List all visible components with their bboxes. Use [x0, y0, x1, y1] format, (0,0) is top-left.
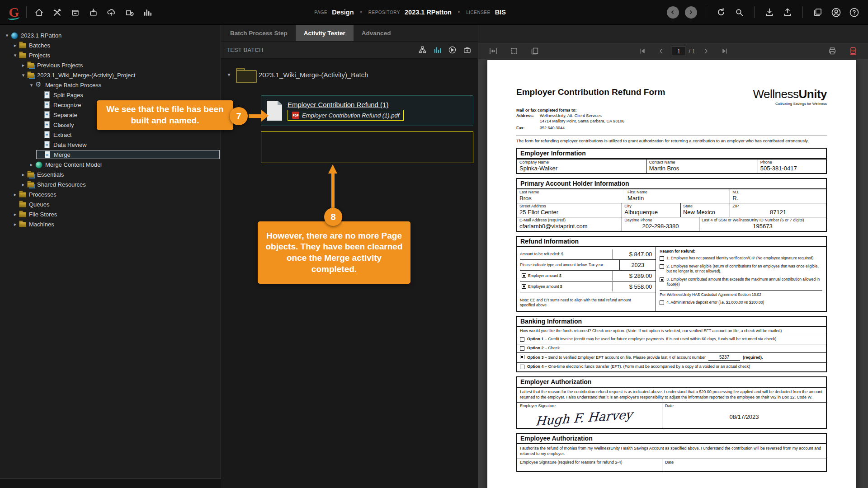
workbench-icon[interactable]	[49, 5, 65, 20]
field-value: Martin Bros	[649, 165, 755, 172]
checkbox-icon[interactable]	[522, 284, 526, 289]
expander-icon[interactable]: ▸	[20, 182, 27, 188]
tree-item-file-stores[interactable]: ▸File Stores	[4, 209, 220, 219]
expander-icon[interactable]: ▾	[12, 52, 19, 58]
field-label: Last Name	[519, 190, 623, 194]
cloud-upload-icon[interactable]	[104, 5, 119, 20]
batch-node[interactable]: ▾ 2023.1_Wiki_Merge-(Activity)_Batch	[226, 68, 368, 81]
expander-icon[interactable]: ▸	[28, 162, 35, 168]
checkbox-icon[interactable]	[520, 365, 524, 369]
expander-icon[interactable]: ▸	[12, 211, 19, 217]
grooper-logo[interactable]: G	[6, 5, 22, 20]
tab-batch-process-step[interactable]: Batch Process Step	[222, 25, 296, 41]
annotation-7-box: We see that the file has been built and …	[97, 100, 233, 130]
statistics-icon[interactable]	[432, 45, 443, 56]
batch-folder-icon	[236, 68, 255, 81]
expander-icon[interactable]: ▸	[12, 42, 19, 48]
batch-structure-icon[interactable]	[417, 45, 428, 56]
document-title[interactable]: Employer Contribution Refund (1)	[288, 101, 404, 108]
first-page-button[interactable]	[635, 43, 650, 59]
viewer-body[interactable]: Employer Contribution Refund Form Wellne…	[478, 59, 868, 488]
tree-item-queues[interactable]: Queues	[4, 199, 220, 209]
run-icon[interactable]	[447, 45, 458, 56]
help-icon[interactable]	[846, 5, 862, 20]
sessions-icon[interactable]	[810, 5, 826, 20]
tree-item-2023-1-rpatton[interactable]: ▾2023.1 RPatton	[4, 30, 220, 40]
expander-icon[interactable]: ▾	[226, 71, 232, 78]
user-icon[interactable]	[828, 5, 844, 20]
export-batch-icon[interactable]	[462, 45, 472, 56]
fit-width-icon[interactable]	[486, 43, 501, 59]
expander-icon[interactable]: ▾	[28, 82, 35, 88]
separator-dot: •	[458, 9, 460, 15]
forward-button[interactable]	[683, 5, 698, 20]
stats-icon[interactable]	[140, 5, 155, 20]
expander-icon[interactable]: ▸	[20, 62, 27, 68]
tab-activity-tester[interactable]: Activity Tester	[296, 25, 354, 41]
tree-item-merge-batch-process[interactable]: ▾Merge Batch Process	[4, 80, 220, 90]
import-box-icon[interactable]	[85, 5, 101, 20]
tree-item-processes[interactable]: ▸Processes	[4, 189, 220, 199]
tree-item-essentials[interactable]: ▸Essentials	[4, 169, 220, 179]
page-number-input[interactable]	[672, 46, 685, 56]
refresh-icon[interactable]	[713, 5, 729, 20]
download-icon[interactable]	[762, 5, 777, 20]
export-pdf-icon[interactable]: PDF	[845, 43, 861, 59]
expander-icon[interactable]: ▸	[12, 221, 19, 227]
field-contact-name: Contact NameMartin Bros	[647, 160, 758, 173]
reason-1: 1. Employee has not passed identity veri…	[660, 256, 822, 261]
tree-item-shared-resources[interactable]: ▸Shared Resources	[4, 179, 220, 189]
tree-item-previous-projects[interactable]: ▸Previous Projects	[4, 60, 220, 70]
field-label: First Name	[627, 190, 727, 194]
scheduled-box-icon[interactable]	[122, 5, 137, 20]
home-icon[interactable]	[31, 5, 47, 20]
svg-text:PDF: PDF	[851, 49, 856, 52]
expander-icon[interactable]: ▾	[4, 33, 10, 38]
tree-item-extract[interactable]: Extract	[4, 130, 220, 140]
document-node[interactable]: Employer Contribution Refund (1) PDF Emp…	[261, 95, 473, 126]
upload-icon[interactable]	[780, 5, 795, 20]
tree-item-batches[interactable]: ▸Batches	[4, 40, 220, 50]
pages-icon[interactable]	[527, 43, 542, 59]
form-title: Employer Contribution Refund Form	[516, 87, 665, 97]
checkbox-icon[interactable]	[660, 277, 664, 282]
pdf-icon: PDF	[292, 112, 299, 119]
employee-auth-text: I authorize the refund of monies from my…	[517, 444, 826, 459]
page-value[interactable]: Design	[332, 9, 354, 16]
last-page-button[interactable]	[717, 43, 732, 59]
back-button[interactable]	[665, 5, 680, 20]
checkbox-icon[interactable]	[522, 273, 526, 278]
pdf-attachment-highlight[interactable]: PDF Employer Contribution Refund (1).pdf	[288, 110, 404, 121]
checkbox-icon[interactable]	[520, 355, 524, 359]
field-label: Street Address	[519, 204, 619, 208]
divider	[802, 6, 803, 18]
annotation-7-arrow	[249, 114, 261, 118]
expander-icon[interactable]: ▸	[12, 192, 19, 197]
tab-advanced[interactable]: Advanced	[354, 25, 399, 41]
expander-icon[interactable]: ▸	[20, 172, 27, 178]
checkbox-icon[interactable]	[520, 346, 524, 351]
section-heading: Employee Authorization	[517, 434, 826, 444]
tree-item-split-pages[interactable]: Split Pages	[4, 90, 220, 100]
document-viewer-panel: / 1 PDF Employer Contribution Refund For…	[478, 25, 868, 488]
select-region-icon[interactable]	[506, 43, 522, 59]
tree-item-merge[interactable]: Merge	[4, 150, 220, 160]
checkbox-icon[interactable]	[660, 300, 664, 305]
separator-dot: •	[360, 9, 362, 15]
search-icon[interactable]	[731, 5, 747, 20]
prev-page-button[interactable]	[653, 43, 669, 59]
tree-item-data-review[interactable]: Data Review	[4, 140, 220, 150]
tree-item-label: Recognize	[53, 102, 81, 108]
tree-item-merge-content-model[interactable]: ▸Merge Content Model	[4, 160, 220, 169]
checkbox-icon[interactable]	[660, 264, 664, 269]
tree-item-projects[interactable]: ▾Projects	[4, 50, 220, 60]
batches-icon[interactable]	[67, 5, 83, 20]
viewer-toolbar: / 1 PDF	[478, 43, 868, 59]
checkbox-icon[interactable]	[520, 337, 524, 342]
checkbox-icon[interactable]	[660, 256, 664, 261]
tree-item-machines[interactable]: ▸Machines	[4, 219, 220, 229]
expander-icon[interactable]: ▾	[20, 72, 27, 78]
tree-item-2023-1-wiki-merge-activity-project[interactable]: ▾2023.1_Wiki_Merge-(Activity)_Project	[4, 70, 220, 80]
print-icon[interactable]	[825, 43, 840, 59]
next-page-button[interactable]	[698, 43, 714, 59]
